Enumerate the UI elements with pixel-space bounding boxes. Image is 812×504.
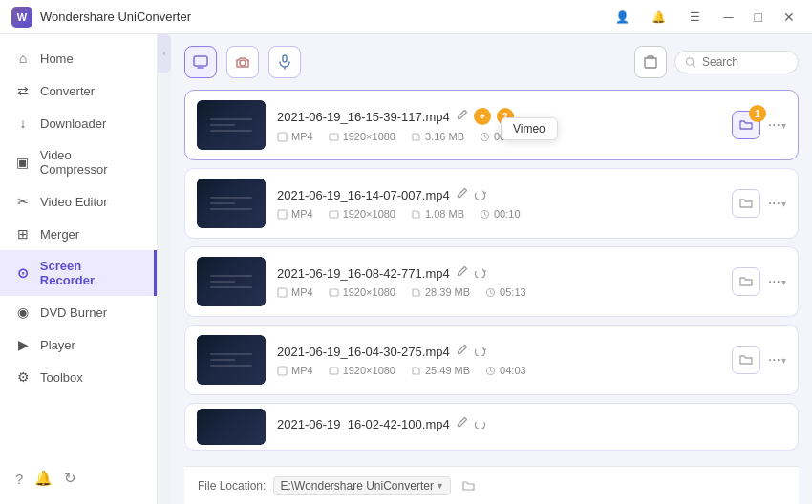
file-thumbnail-4 [197,335,266,385]
file-location-label: File Location: [198,479,266,493]
svg-rect-11 [278,288,287,297]
camera-tab-button[interactable] [226,46,259,78]
add-file-button[interactable] [634,46,667,78]
sidebar-item-toolbox[interactable]: ⚙ Toolbox [0,361,157,393]
sidebar-bottom: ? 🔔 ↻ [0,460,157,496]
vimeo-tooltip: Vimeo [501,117,558,140]
resolution-3: 1920×1080 [329,286,395,298]
folder-button-4[interactable] [732,346,760,374]
sidebar-item-video-compressor[interactable]: ▣ Video Compressor [0,139,157,185]
edit-icon-1[interactable] [456,109,468,124]
file-name-row-2: 2021-06-19_16-14-07-007.mp4 [277,187,720,202]
sidebar-label-dvd: DVD Burner [40,305,107,320]
sidebar-item-downloader[interactable]: ↓ Downloader [0,107,157,139]
more-button-3[interactable]: ··· ▾ [768,273,786,290]
more-button-2[interactable]: ··· ▾ [768,195,786,212]
folder-button-3[interactable] [732,267,760,296]
format-2: MP4 [277,208,313,220]
file-info-1: 2021-06-19_16-15-39-117.mp4 2 Vimeo [277,108,720,142]
open-folder-button[interactable] [459,475,480,496]
refresh-icon-5[interactable] [474,416,486,431]
svg-rect-15 [330,368,338,374]
edit-icon-5[interactable] [456,416,468,431]
refresh-icon-2[interactable] [474,187,486,202]
refresh-icon[interactable]: ↻ [64,470,76,487]
bottom-bar: File Location: E:\Wondershare UniConvert… [184,466,799,504]
svg-rect-12 [330,289,338,296]
search-input[interactable] [702,55,788,69]
sidebar-item-screen-recorder[interactable]: ⊙ Screen Recorder [0,250,157,296]
resolution-1: 1920×1080 [329,131,395,142]
refresh-icon-4[interactable] [474,344,486,359]
edit-icon-2[interactable] [456,187,468,202]
converter-icon: ⇄ [15,83,31,98]
file-info-5: 2021-06-19_16-02-42-100.mp4 [277,416,786,437]
file-card-5-partial: 2021-06-19_16-02-42-100.mp4 [184,403,799,451]
folder-button-2[interactable] [732,189,760,218]
more-dots-3: ··· [768,273,780,290]
file-name-row-5: 2021-06-19_16-02-42-100.mp4 [277,416,786,431]
mic-tab-button[interactable] [268,46,301,78]
chevron-icon-4: ▾ [781,355,786,366]
close-button[interactable]: ✕ [778,10,801,25]
toolbar-right [634,46,799,78]
notification-button[interactable]: 🔔 [646,4,673,31]
file-info-4: 2021-06-19_16-04-30-275.mp4 MP4 [277,344,720,376]
file-meta-2: MP4 1920×1080 1.08 MB 00:10 [277,208,720,220]
upload-badge-1[interactable] [474,108,491,125]
sidebar-item-player[interactable]: ▶ Player [0,328,157,361]
sidebar-label-player: Player [40,338,75,352]
screen-tab-button[interactable] [184,46,217,78]
sidebar-item-home[interactable]: ⌂ Home [0,42,157,74]
file-thumbnail-3 [197,257,266,306]
file-location-dropdown[interactable]: E:\Wondershare UniConverter ▼ [273,476,450,495]
file-actions-3: ··· ▾ [732,267,786,296]
file-name-row-1: 2021-06-19_16-15-39-117.mp4 2 Vimeo [277,108,720,125]
file-name-row-3: 2021-06-19_16-08-42-771.mp4 [277,265,720,281]
help-icon[interactable]: ? [15,471,23,487]
resolution-4: 1920×1080 [329,365,395,376]
svg-rect-8 [278,210,287,219]
sidebar-item-converter[interactable]: ⇄ Converter [0,74,157,107]
menu-button[interactable]: ☰ [682,4,709,31]
folder-badge-1: 1 [749,105,766,122]
sidebar-label-converter: Converter [40,84,95,98]
maximize-button[interactable]: □ [749,10,768,25]
filesize-icon-1 [411,132,421,142]
file-actions-4: ··· ▾ [732,346,786,374]
sidebar-item-merger[interactable]: ⊞ Merger [0,218,157,250]
file-meta-1: MP4 1920×1080 3.16 MB 00:28 [277,131,720,142]
sidebar-collapse-button[interactable]: ‹ [158,34,171,73]
sidebar-item-video-editor[interactable]: ✂ Video Editor [0,185,157,218]
file-thumbnail-5 [197,409,266,445]
file-location-path: E:\Wondershare UniConverter [280,479,434,493]
edit-icon-3[interactable] [456,265,468,281]
toolbar-left [184,46,301,78]
file-card-3: 2021-06-19_16-08-42-771.mp4 MP4 [184,246,799,317]
filesize-4: 25.49 MB [411,365,470,376]
filesize-1: 3.16 MB [411,131,464,142]
svg-rect-6 [330,134,338,140]
more-button-1[interactable]: ··· ▾ [768,116,786,134]
profile-button[interactable]: 👤 [609,4,636,31]
duration-2: 00:10 [480,208,521,220]
file-thumbnail-1 [197,100,266,150]
edit-icon-4[interactable] [456,344,468,359]
merger-icon: ⊞ [15,226,31,242]
svg-point-1 [240,60,246,66]
sidebar-bell-icon[interactable]: 🔔 [34,470,53,487]
dropdown-chevron: ▼ [436,481,444,491]
format-icon-1 [277,132,288,142]
file-card-2: 2021-06-19_16-14-07-007.mp4 MP4 [184,168,799,239]
editor-icon: ✂ [15,194,31,209]
file-name-1: 2021-06-19_16-15-39-117.mp4 [277,110,450,124]
more-button-4[interactable]: ··· ▾ [768,351,786,368]
refresh-icon-3[interactable] [474,265,486,281]
sidebar-item-dvd-burner[interactable]: ◉ DVD Burner [0,296,157,328]
sidebar-label-editor: Video Editor [40,195,108,209]
format-3: MP4 [277,286,313,298]
minimize-button[interactable]: ─ [718,10,739,25]
search-box[interactable] [674,51,799,74]
sidebar-label-recorder: Screen Recorder [40,259,139,287]
format-4: MP4 [277,365,313,376]
